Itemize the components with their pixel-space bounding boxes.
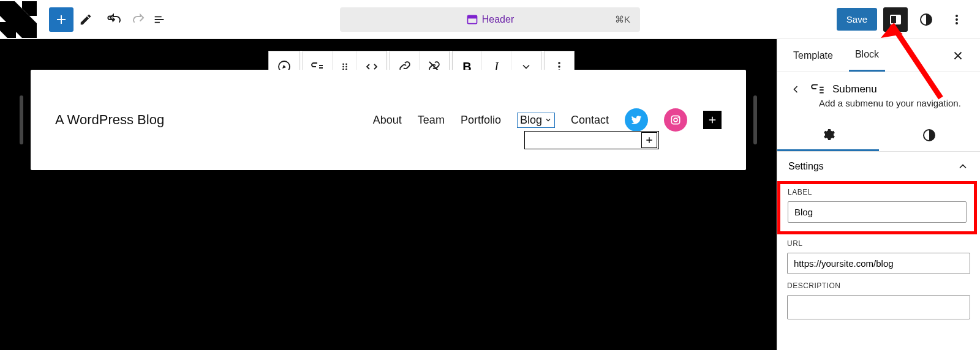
svg-point-9 — [956, 18, 958, 21]
header-template-icon — [466, 13, 478, 26]
block-description: Add a submenu to your navigation. — [777, 97, 980, 119]
nav-item-blog-label: Blog — [520, 114, 542, 127]
svg-point-14 — [342, 66, 344, 68]
svg-point-12 — [342, 64, 344, 65]
topbar-left-tools — [37, 7, 172, 32]
plus-icon — [644, 135, 654, 145]
add-block-button[interactable] — [49, 7, 74, 32]
nav-item-about[interactable]: About — [373, 113, 402, 128]
social-instagram-icon[interactable] — [664, 108, 687, 132]
sidebar-icon — [888, 12, 903, 27]
nav-item-blog[interactable]: Blog — [517, 113, 555, 128]
tab-block[interactable]: Block — [849, 39, 885, 72]
svg-point-22 — [674, 118, 677, 122]
site-logo[interactable] — [0, 1, 37, 38]
svg-point-18 — [558, 62, 560, 64]
top-toolbar: Header ⌘K Save — [0, 0, 980, 39]
svg-point-13 — [345, 64, 347, 65]
sidebar-subtabs — [777, 119, 980, 152]
undo-icon — [108, 12, 123, 27]
svg-point-10 — [956, 22, 958, 24]
svg-point-8 — [956, 15, 958, 17]
submenu-icon — [810, 81, 826, 97]
resize-handle-left[interactable] — [20, 95, 23, 144]
nav-item-portfolio[interactable]: Portfolio — [461, 113, 501, 128]
document-title-button[interactable]: Header ⌘K — [340, 7, 640, 32]
description-field-block: DESCRIPTION — [777, 280, 980, 326]
main-area: B I A WordPress Blog About Team — [0, 39, 980, 350]
contrast-icon — [919, 12, 933, 27]
resize-handle-right[interactable] — [753, 95, 757, 144]
save-button[interactable]: Save — [837, 8, 877, 31]
submenu-dropdown[interactable] — [524, 131, 659, 149]
navigation-row: About Team Portfolio Blog Contact — [373, 108, 722, 132]
back-button[interactable] — [787, 81, 804, 98]
logo-icon — [0, 1, 37, 38]
url-field-label: URL — [787, 239, 970, 248]
subtab-settings[interactable] — [777, 119, 879, 151]
gear-icon — [821, 127, 835, 142]
editor-canvas[interactable]: B I A WordPress Blog About Team — [0, 39, 777, 350]
nav-item-contact[interactable]: Contact — [571, 113, 609, 128]
nav-item-team[interactable]: Team — [418, 113, 445, 128]
svg-point-19 — [558, 65, 560, 68]
description-input[interactable] — [787, 295, 970, 319]
label-input[interactable] — [788, 201, 967, 223]
chevron-left-icon — [790, 83, 802, 95]
settings-sidebar-toggle[interactable] — [883, 7, 908, 32]
plus-icon — [54, 12, 69, 27]
list-view-icon — [153, 13, 166, 26]
svg-rect-6 — [896, 15, 900, 24]
settings-section-header[interactable]: Settings — [777, 152, 980, 181]
block-name: Submenu — [832, 83, 877, 95]
plus-icon — [707, 114, 718, 125]
document-title: Header — [482, 14, 514, 25]
pencil-icon — [79, 13, 92, 26]
header-block[interactable]: A WordPress Blog About Team Portfolio Bl… — [31, 70, 746, 170]
close-sidebar-button[interactable] — [946, 43, 970, 68]
instagram-icon — [669, 114, 682, 126]
contrast-icon — [922, 128, 937, 143]
tab-template[interactable]: Template — [787, 40, 839, 71]
sidebar-tabs: Template Block — [777, 39, 980, 72]
subtab-styles[interactable] — [879, 119, 981, 151]
label-field-highlight: LABEL — [777, 181, 977, 234]
topbar-right-tools: Save — [837, 7, 980, 32]
twitter-icon — [630, 114, 643, 126]
description-field-label: DESCRIPTION — [787, 281, 970, 290]
more-options-button[interactable] — [944, 7, 969, 32]
site-title[interactable]: A WordPress Blog — [55, 112, 164, 128]
keyboard-shortcut: ⌘K — [615, 14, 630, 25]
edit-tool-button[interactable] — [74, 7, 98, 32]
svg-point-15 — [345, 66, 347, 68]
add-submenu-item-button[interactable] — [641, 132, 657, 148]
settings-sidebar: Template Block Submenu Add a submenu to … — [777, 39, 980, 350]
redo-icon — [131, 12, 146, 27]
kebab-icon — [949, 12, 964, 27]
add-nav-item-button[interactable] — [703, 111, 722, 129]
chevron-up-icon — [957, 160, 969, 173]
label-field-label: LABEL — [788, 188, 967, 196]
list-view-button[interactable] — [147, 7, 172, 32]
url-field-block: URL — [777, 238, 980, 280]
close-icon — [951, 49, 965, 62]
styles-toggle[interactable] — [914, 7, 938, 32]
svg-rect-4 — [467, 15, 477, 18]
url-input[interactable] — [787, 253, 970, 274]
chevron-down-icon — [545, 116, 552, 124]
social-twitter-icon[interactable] — [625, 108, 648, 132]
svg-point-23 — [677, 117, 679, 118]
settings-section-title: Settings — [788, 161, 824, 172]
